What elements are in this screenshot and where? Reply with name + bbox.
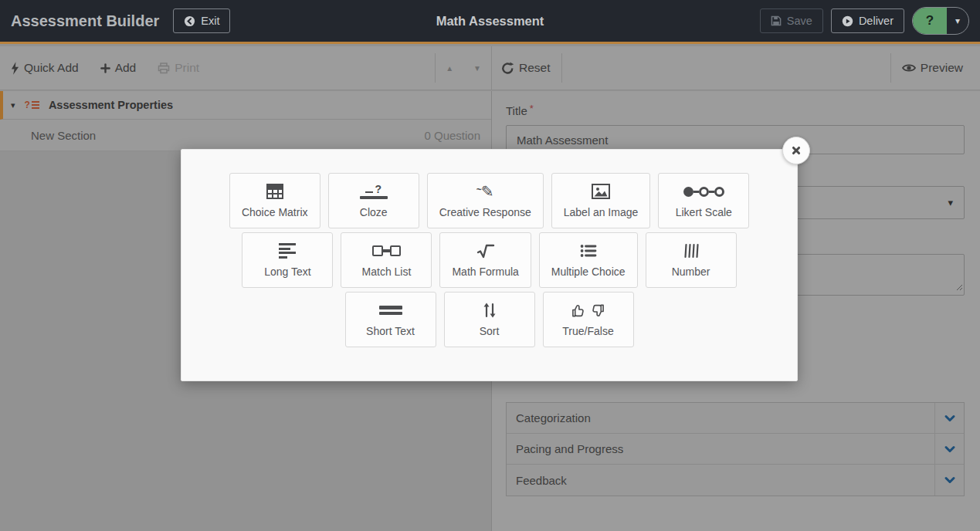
play-circle-icon — [842, 15, 853, 27]
question-type-card[interactable]: ~✎Creative Response — [427, 173, 544, 228]
likert-dots-icon — [683, 181, 724, 201]
deliver-button[interactable]: Deliver — [831, 8, 904, 33]
match-connector-icon — [372, 241, 401, 261]
toolbar: Quick Add Add Print ▲ ▼ Reset — [0, 46, 980, 90]
print-label: Print — [175, 61, 199, 75]
image-icon — [591, 181, 611, 201]
caret-down-icon[interactable]: ▾ — [11, 100, 15, 110]
accordion-row[interactable]: Feedback — [507, 465, 964, 495]
question-type-card[interactable]: Choice Matrix — [229, 173, 320, 228]
question-type-label: Choice Matrix — [242, 206, 308, 218]
square-root-icon — [476, 241, 495, 261]
double-bar-icon — [379, 300, 402, 320]
help-button[interactable]: ? — [913, 8, 947, 34]
select-caret-icon: ▾ — [948, 197, 953, 208]
toolbar-right: Reset Preview — [492, 46, 980, 90]
accordion-row[interactable]: Categorization — [507, 403, 964, 434]
question-type-card[interactable]: Number — [646, 232, 737, 288]
save-button[interactable]: Save — [760, 8, 823, 33]
question-type-card[interactable]: Multiple Choice — [539, 232, 638, 288]
printer-icon — [158, 63, 170, 74]
choice-matrix-table-icon — [266, 181, 284, 201]
save-floppy-icon — [771, 15, 782, 26]
accordion-label: Pacing and Progress — [507, 434, 934, 464]
title-field-label: Title* — [506, 103, 965, 118]
outline-section-row[interactable]: New Section0 Question — [0, 120, 491, 151]
settings-accordion: CategorizationPacing and ProgressFeedbac… — [506, 402, 965, 496]
assessment-properties-label: Assessment Properties — [49, 99, 173, 111]
section-name: New Section — [31, 129, 96, 142]
question-type-card[interactable]: Match List — [341, 232, 432, 288]
resize-grip-icon[interactable] — [955, 280, 963, 294]
tally-marks-icon — [683, 241, 700, 261]
cloze-blank-icon: ? — [360, 181, 388, 201]
add-button[interactable]: Add — [90, 46, 148, 90]
section-question-count: 0 Question — [424, 129, 480, 142]
question-type-label: Likert Scale — [676, 206, 732, 218]
back-circle-icon — [184, 15, 195, 27]
question-type-label: Label an Image — [564, 206, 639, 218]
quick-add-button[interactable]: Quick Add — [11, 46, 90, 90]
scribble-pencil-icon: ~✎ — [476, 181, 494, 201]
exit-button[interactable]: Exit — [173, 8, 230, 33]
plus-icon — [100, 63, 110, 73]
eye-icon — [902, 63, 916, 73]
list-bullets-icon — [579, 241, 598, 261]
accordion-label: Categorization — [507, 403, 934, 433]
reset-button[interactable]: Reset — [492, 46, 561, 90]
close-icon — [790, 144, 802, 157]
toolbar-left: Quick Add Add Print ▲ ▼ — [0, 46, 492, 90]
deliver-button-label: Deliver — [859, 15, 894, 27]
question-type-label: Sort — [480, 325, 500, 337]
preview-label: Preview — [921, 61, 963, 75]
move-down-button[interactable]: ▼ — [463, 46, 491, 90]
question-type-label: Multiple Choice — [551, 266, 626, 278]
question-type-label: Math Formula — [452, 266, 518, 278]
question-type-modal: Choice Matrix?Cloze~✎Creative ResponseLa… — [181, 149, 798, 381]
chevron-down-icon[interactable] — [934, 434, 964, 464]
question-type-label: True/False — [562, 325, 613, 337]
question-type-label: Creative Response — [439, 206, 531, 218]
print-button[interactable]: Print — [147, 46, 210, 90]
save-button-label: Save — [787, 15, 812, 27]
required-asterisk: * — [530, 103, 534, 114]
question-type-label: Match List — [362, 266, 412, 278]
sort-arrows-icon — [482, 300, 497, 320]
modal-close-button[interactable] — [782, 137, 810, 164]
reset-refresh-icon — [501, 62, 514, 75]
app-title: Assessment Builder — [11, 12, 159, 30]
question-type-card[interactable]: Sort — [444, 292, 535, 347]
preview-button[interactable]: Preview — [891, 46, 980, 90]
align-left-icon — [279, 241, 296, 261]
question-type-label: Number — [672, 266, 710, 278]
reset-label: Reset — [519, 61, 551, 75]
help-split-button[interactable]: ? ▾ — [912, 7, 969, 35]
question-type-label: Long Text — [264, 266, 310, 278]
add-label: Add — [115, 61, 137, 75]
toolbar-divider — [561, 53, 562, 83]
accordion-row[interactable]: Pacing and Progress — [507, 434, 964, 465]
question-type-card[interactable]: Math Formula — [439, 232, 531, 288]
question-type-card[interactable]: Long Text — [242, 232, 333, 288]
thumbs-up-down-icon — [571, 300, 605, 320]
lightning-icon — [11, 62, 19, 75]
question-type-grid: Choice Matrix?Cloze~✎Creative ResponseLa… — [181, 150, 797, 347]
help-caret-icon[interactable]: ▾ — [947, 8, 968, 34]
question-type-card[interactable]: True/False — [543, 292, 634, 347]
question-type-card[interactable]: ?Cloze — [328, 173, 419, 228]
chevron-down-icon[interactable] — [934, 465, 964, 495]
assessment-properties-row[interactable]: ▾ ? Assessment Properties — [0, 91, 491, 120]
chevron-down-icon[interactable] — [934, 403, 964, 433]
topbar: Assessment Builder Exit Math Assessment … — [0, 0, 980, 44]
question-type-label: Short Text — [366, 325, 415, 337]
accordion-label: Feedback — [507, 465, 934, 495]
quick-add-label: Quick Add — [24, 61, 79, 75]
exit-button-label: Exit — [201, 15, 219, 27]
document-title: Math Assessment — [436, 14, 544, 28]
question-list-icon: ? — [25, 100, 39, 110]
question-type-card[interactable]: Short Text — [345, 292, 436, 347]
question-type-card[interactable]: Label an Image — [551, 173, 651, 228]
move-up-button[interactable]: ▲ — [436, 46, 463, 90]
question-type-card[interactable]: Likert Scale — [658, 173, 749, 228]
question-type-label: Cloze — [360, 206, 388, 218]
